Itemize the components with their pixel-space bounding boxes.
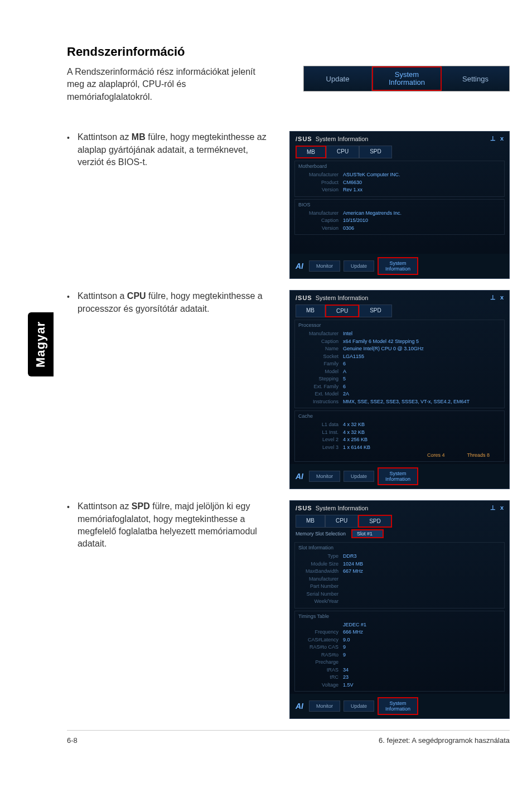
footer-update-button[interactable]: Update bbox=[344, 471, 374, 482]
section-motherboard: Motherboard bbox=[298, 163, 501, 169]
tab-spd[interactable]: SPD bbox=[359, 305, 392, 317]
close-icon[interactable]: x bbox=[500, 294, 504, 301]
language-side-tab: Magyar bbox=[28, 312, 54, 376]
footer-sysinfo-button[interactable]: System Information bbox=[378, 467, 418, 485]
pin-icon[interactable]: ⊥ bbox=[490, 135, 496, 142]
tab-spd[interactable]: SPD bbox=[359, 146, 392, 158]
nav-sysinfo-button[interactable]: System Information bbox=[372, 66, 442, 91]
ai-icon: AI bbox=[296, 702, 303, 711]
ai-icon: AI bbox=[296, 262, 303, 270]
bullet-marker: • bbox=[67, 131, 70, 168]
cpu-panel: /SUS System Information ⊥ x MB CPU SPD bbox=[289, 290, 510, 489]
spd-panel: /SUS System Information ⊥ x MB CPU SPD bbox=[289, 500, 510, 719]
pin-icon[interactable]: ⊥ bbox=[490, 504, 496, 511]
section-slotinfo: Slot Information bbox=[298, 545, 501, 550]
nav-strip: Update System Information Settings bbox=[303, 66, 510, 91]
intro-text: A Rendszerinformáció rész információkat … bbox=[67, 66, 262, 103]
asus-logo: /SUS bbox=[296, 294, 312, 301]
threads-count: Threads 8 bbox=[467, 452, 490, 458]
tab-cpu[interactable]: CPU bbox=[325, 515, 358, 528]
footer-update-button[interactable]: Update bbox=[344, 260, 374, 272]
tab-mb[interactable]: MB bbox=[296, 146, 326, 158]
ai-icon: AI bbox=[296, 472, 303, 481]
footer-monitor-button[interactable]: Monitor bbox=[309, 260, 340, 272]
bullet-marker: • bbox=[67, 500, 70, 550]
close-icon[interactable]: x bbox=[500, 135, 504, 142]
close-icon[interactable]: x bbox=[500, 504, 504, 511]
tab-mb[interactable]: MB bbox=[296, 305, 325, 317]
bullet-marker: • bbox=[67, 290, 70, 315]
tab-mb[interactable]: MB bbox=[296, 515, 325, 528]
panel-title: System Information bbox=[316, 136, 369, 142]
page-number: 6-8 bbox=[67, 736, 78, 745]
panel-title: System Information bbox=[316, 294, 369, 301]
mb-panel: /SUS System Information ⊥ x MB CPU SPD bbox=[289, 131, 510, 279]
tab-spd[interactable]: SPD bbox=[358, 515, 392, 528]
footer-update-button[interactable]: Update bbox=[344, 700, 374, 712]
cores-count: Cores 4 bbox=[427, 452, 445, 458]
footer-monitor-button[interactable]: Monitor bbox=[309, 700, 340, 712]
nav-settings-button[interactable]: Settings bbox=[442, 66, 509, 91]
mb-bullet-text: Kattintson az MB fülre, hogy megtekinthe… bbox=[78, 131, 268, 168]
spd-bullet-text: Kattintson az SPD fülre, majd jelöljön k… bbox=[78, 500, 268, 550]
slot-select-dropdown[interactable]: Slot #1 bbox=[351, 529, 384, 538]
page-title: Rendszerinformáció bbox=[67, 45, 510, 59]
asus-logo: /SUS bbox=[296, 505, 312, 511]
section-cache: Cache bbox=[298, 413, 501, 419]
section-timings: Timings Table bbox=[298, 613, 501, 619]
footer-monitor-button[interactable]: Monitor bbox=[309, 471, 340, 482]
footer-sysinfo-button[interactable]: System Information bbox=[378, 257, 418, 275]
nav-update-button[interactable]: Update bbox=[304, 66, 372, 91]
panel-title: System Information bbox=[316, 505, 369, 511]
asus-logo: /SUS bbox=[296, 136, 312, 142]
section-bios: BIOS bbox=[298, 202, 501, 207]
footer-sysinfo-button[interactable]: System Information bbox=[378, 697, 418, 715]
chapter-label: 6. fejezet: A segédprogramok használata bbox=[379, 736, 510, 745]
pin-icon[interactable]: ⊥ bbox=[490, 294, 496, 301]
section-processor: Processor bbox=[298, 322, 501, 328]
tab-cpu[interactable]: CPU bbox=[325, 305, 359, 317]
slot-select-label: Memory Slot Selection bbox=[296, 531, 346, 537]
cpu-bullet-text: Kattintson a CPU fülre, hogy megtekinthe… bbox=[78, 290, 268, 315]
tab-cpu[interactable]: CPU bbox=[326, 146, 359, 158]
